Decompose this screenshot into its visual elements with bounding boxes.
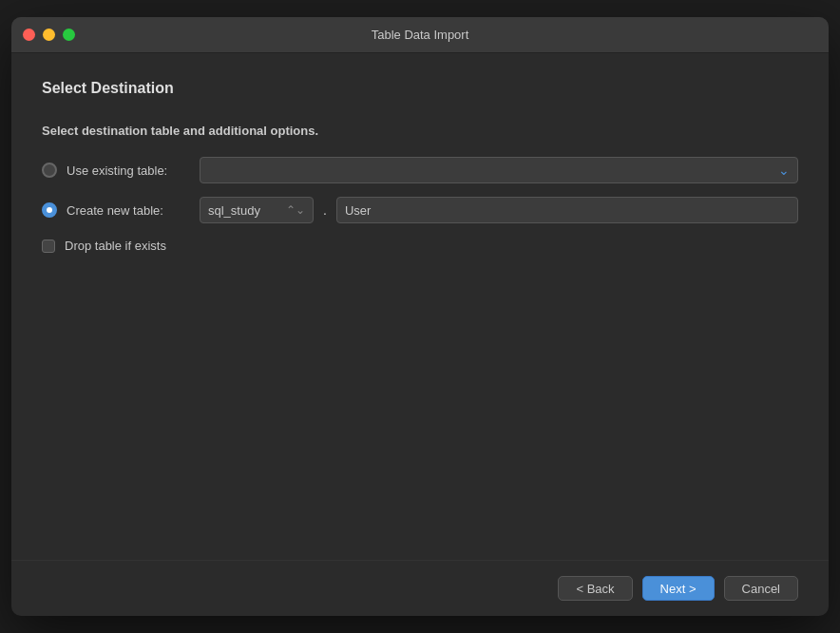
maximize-button[interactable] [63,29,75,41]
table-name-input[interactable]: User [336,197,798,223]
schema-chevron-icon: ⌃⌄ [286,203,305,217]
drop-table-row: Drop table if exists [42,239,798,253]
main-window: Table Data Import Select Destination Sel… [11,17,829,616]
next-button[interactable]: Next > [642,576,715,601]
page-title: Select Destination [42,80,798,97]
main-content: Select Destination Select destination ta… [11,53,829,560]
schema-value: sql_study [208,203,260,218]
table-name-value: User [345,203,371,218]
create-new-row: Create new table: sql_study ⌃⌄ . User [42,197,798,223]
existing-table-select[interactable]: ⌄ [200,157,798,183]
use-existing-label: Use existing table: [67,163,190,178]
back-button[interactable]: < Back [558,576,632,601]
create-new-radio[interactable] [42,202,57,218]
dot-separator: . [323,202,327,218]
minimize-button[interactable] [43,29,55,41]
drop-table-label: Drop table if exists [65,239,166,253]
create-new-label: Create new table: [67,203,190,218]
use-existing-row: Use existing table: ⌄ [42,157,798,183]
cancel-button[interactable]: Cancel [724,576,798,601]
footer: < Back Next > Cancel [11,560,829,616]
chevron-down-icon: ⌄ [778,163,790,178]
titlebar: Table Data Import [11,17,829,53]
close-button[interactable] [23,29,35,41]
window-controls [23,29,75,41]
use-existing-radio[interactable] [42,163,57,178]
form-area: Use existing table: ⌄ Create new table: … [42,157,798,253]
schema-select[interactable]: sql_study ⌃⌄ [200,197,314,223]
drop-table-checkbox[interactable] [42,240,55,253]
section-description: Select destination table and additional … [42,124,798,138]
window-title: Table Data Import [372,28,469,42]
